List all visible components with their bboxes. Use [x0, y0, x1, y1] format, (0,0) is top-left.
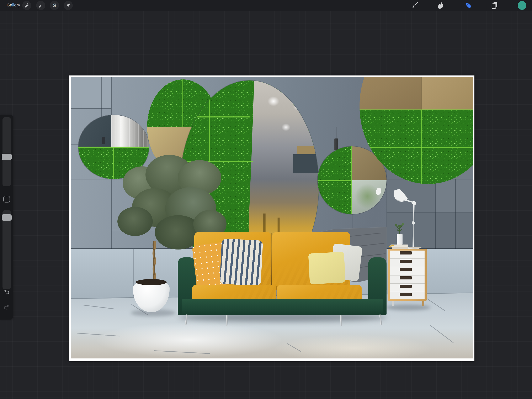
transform-arrow-icon: [65, 3, 71, 8]
drawer-handle: [400, 285, 412, 288]
brush-sidebar: [0, 115, 13, 320]
white-vase: [397, 234, 403, 245]
mirror-hook: [102, 137, 105, 144]
adjustments-button[interactable]: [36, 1, 45, 10]
wrench-icon: [24, 3, 30, 8]
drawer-handle: [400, 268, 412, 271]
magic-wand-icon: [38, 3, 44, 8]
mirror-plant-reflection: [355, 184, 380, 209]
foliage-blob: [117, 207, 153, 236]
eraser-icon: [464, 1, 473, 10]
moss-seam: [113, 147, 114, 179]
drawer: [390, 267, 424, 276]
undo-button[interactable]: [3, 288, 10, 295]
small-plant: [393, 222, 406, 235]
moss-seam: [351, 146, 352, 214]
transform-button[interactable]: [63, 1, 73, 10]
redo-arrow-icon: [4, 304, 9, 309]
tan-panel: [421, 77, 473, 110]
brush-size-handle[interactable]: [2, 154, 12, 160]
gallery-button[interactable]: Gallery: [7, 3, 20, 7]
cushion-gap: [271, 233, 272, 289]
modify-button[interactable]: [3, 196, 10, 203]
paint-tool-button[interactable]: [410, 0, 420, 10]
table-leg: [422, 301, 424, 306]
actions-button[interactable]: [22, 1, 31, 10]
living-room-photo: [71, 77, 473, 359]
drawer: [390, 292, 424, 299]
layers-icon: [490, 1, 499, 10]
layers-button[interactable]: [490, 0, 500, 10]
drawing-canvas[interactable]: [69, 76, 475, 361]
undo-arrow-icon: [4, 289, 9, 294]
top-toolbar: Gallery S: [0, 0, 532, 11]
smudge-finger-icon: [436, 1, 444, 10]
pendant-wire: [336, 127, 336, 139]
drawer-handle: [400, 260, 412, 263]
tan-panel: [360, 77, 421, 110]
moss-seam: [317, 180, 352, 181]
round-tray: [409, 247, 421, 249]
moss-seam: [182, 79, 183, 127]
pale-yellow-pillow: [308, 252, 346, 284]
tan-grout: [421, 77, 422, 110]
grout-line: [71, 108, 111, 109]
erase-tool-button-active[interactable]: [463, 0, 473, 10]
selection-s-icon: S: [53, 2, 57, 8]
drawer: [390, 251, 424, 259]
drawer: [390, 259, 424, 267]
opacity-slider[interactable]: [2, 210, 11, 289]
paint-brush-icon: [411, 1, 419, 10]
moss-seam: [360, 109, 473, 110]
smudge-tool-button[interactable]: [435, 0, 445, 10]
redo-button[interactable]: [3, 303, 10, 310]
striped-pillow: [219, 238, 263, 286]
drawer-handle: [400, 276, 412, 279]
brush-size-slider[interactable]: [2, 117, 11, 186]
drawer-handle: [400, 293, 412, 296]
opacity-handle[interactable]: [2, 214, 12, 221]
color-button[interactable]: [517, 0, 527, 10]
grout-line: [455, 179, 456, 249]
wall-tile: [71, 77, 111, 108]
side-table: [388, 249, 427, 301]
moss-seam: [360, 147, 473, 148]
black-pendant-cylinder: [334, 138, 338, 150]
drawer-handle: [400, 251, 412, 255]
sofa-base: [182, 299, 383, 315]
book: [392, 247, 408, 249]
pot-soil: [136, 279, 167, 285]
color-swatch-circle: [518, 1, 526, 10]
table-leg: [392, 301, 394, 306]
procreate-app: { "toolbar": { "gallery_label": "Gallery…: [0, 0, 532, 399]
white-desk-lamp: [391, 187, 428, 250]
selection-button[interactable]: S: [50, 1, 59, 10]
drawer: [390, 284, 424, 292]
drawer: [390, 276, 424, 284]
mirror-reflection-box: [293, 154, 319, 174]
moss-seam: [421, 110, 422, 184]
